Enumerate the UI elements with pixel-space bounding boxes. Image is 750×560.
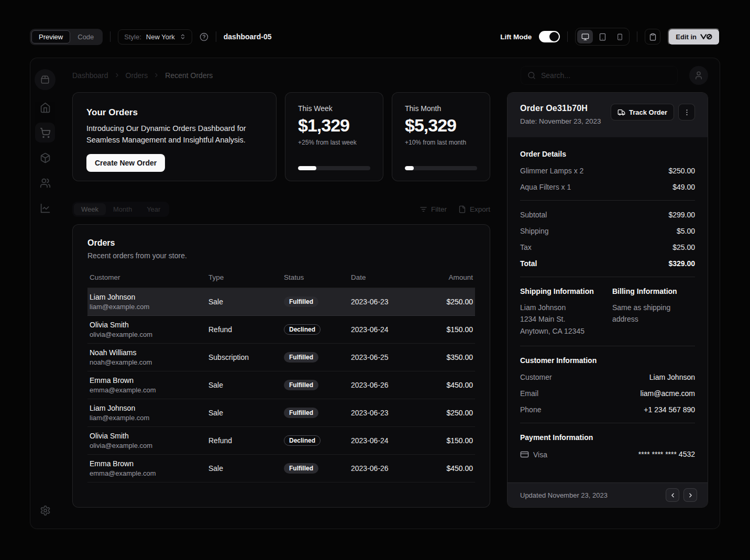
customer-email: noah@example.com [90, 358, 208, 366]
breadcrumb: Dashboard Orders Recent Orders [72, 71, 213, 80]
stat-cards-row: Your Orders Introducing Our Dynamic Orde… [72, 92, 490, 181]
toolbar-left: Preview Code Style: New York dashboard-0… [30, 29, 272, 45]
breadcrumb-orders[interactable]: Orders [126, 71, 148, 80]
customer-email: olivia@example.com [90, 331, 208, 338]
next-order-button[interactable] [683, 488, 697, 502]
user-menu-button[interactable] [689, 66, 708, 85]
copy-code-button[interactable] [645, 29, 660, 45]
list-filter-icon [420, 205, 427, 213]
stat-change: +25% from last week [298, 139, 370, 146]
separator [520, 346, 695, 346]
filter-button[interactable]: Filter [420, 205, 447, 213]
column-header-customer: Customer [90, 273, 208, 281]
info-label: Customer [520, 373, 552, 381]
order-amount: $450.00 [427, 381, 473, 389]
table-row[interactable]: Olivia Smitholivia@example.com Refund De… [87, 316, 475, 344]
tab-month[interactable]: Month [106, 203, 139, 215]
column-header-status: Status [284, 273, 351, 281]
circle-help-icon[interactable] [200, 32, 208, 41]
track-order-label: Track Order [629, 108, 667, 116]
mobile-view-button[interactable] [612, 30, 627, 43]
header-bar: Dashboard Orders Recent Orders [72, 58, 708, 92]
order-panel-footer: Updated November 23, 2023 [508, 482, 708, 507]
sidebar-item-products[interactable] [35, 148, 55, 168]
order-date: 2023-06-24 [351, 325, 427, 334]
chevron-right-icon [114, 72, 120, 79]
info-label: Email [520, 389, 538, 398]
tablet-view-button[interactable] [594, 30, 610, 43]
sidebar-nav [35, 97, 55, 218]
table-row[interactable]: Liam Johnsonliam@example.com Sale Fulfil… [87, 399, 475, 427]
order-amount: $150.00 [427, 325, 473, 334]
order-type: Subscription [208, 353, 284, 361]
shipping-amount: $5.00 [677, 227, 695, 235]
table-row[interactable]: Emma Brownemma@example.com Sale Fulfille… [87, 455, 475, 482]
status-badge: Fulfilled [284, 408, 318, 418]
customer-name: Noah Williams [90, 348, 208, 357]
style-select[interactable]: Style: New York [118, 29, 192, 45]
status-badge: Declined [284, 324, 321, 335]
order-type: Sale [208, 464, 284, 473]
stat-label: This Week [298, 104, 370, 113]
customer-name: Olivia Smith [90, 432, 208, 440]
export-label: Export [470, 205, 490, 213]
app-logo[interactable] [35, 69, 56, 90]
total-amount: $329.00 [668, 259, 695, 268]
style-select-value: New York [146, 33, 175, 41]
shipping-row: Shipping $5.00 [520, 227, 695, 235]
export-button[interactable]: Export [458, 205, 490, 213]
order-type: Sale [208, 298, 284, 306]
stat-value: $5,329 [405, 115, 477, 136]
sidebar-item-settings[interactable] [35, 500, 55, 520]
tab-week[interactable]: Week [74, 203, 106, 215]
customer-name: Olivia Smith [90, 321, 208, 329]
order-date: 2023-06-26 [351, 464, 427, 473]
breadcrumb-dashboard[interactable]: Dashboard [72, 71, 108, 80]
search-box [521, 66, 678, 85]
status-badge: Fulfilled [284, 352, 318, 363]
edit-in-v0-button[interactable]: Edit in [668, 28, 720, 46]
sidebar [30, 58, 60, 529]
table-row[interactable]: Liam Johnsonliam@example.com Sale Fulfil… [87, 288, 475, 316]
orders-title: Orders [87, 238, 475, 248]
home-icon [40, 102, 51, 113]
info-label: Phone [520, 405, 541, 414]
card-description: Introducing Our Dynamic Orders Dashboard… [86, 123, 259, 146]
table-row[interactable]: Noah Williamsnoah@example.com Subscripti… [87, 344, 475, 371]
item-amount: $250.00 [668, 167, 695, 175]
shipping-line: Liam Johnson [520, 302, 603, 313]
customer-name: Emma Brown [90, 459, 208, 468]
tab-year[interactable]: Year [139, 203, 168, 215]
sidebar-item-orders[interactable] [35, 123, 55, 142]
sidebar-item-home[interactable] [35, 97, 55, 117]
order-more-button[interactable] [678, 104, 695, 120]
progress-fill [298, 166, 316, 170]
sidebar-item-analytics[interactable] [35, 198, 55, 218]
progress-fill [405, 166, 414, 170]
separator [520, 277, 695, 277]
order-amount: $150.00 [427, 436, 473, 445]
week-progress-bar [298, 166, 370, 170]
table-row[interactable]: Olivia Smitholivia@example.com Refund De… [87, 427, 475, 455]
sidebar-item-customers[interactable] [35, 173, 55, 193]
credit-card-icon [520, 450, 529, 459]
info-value: +1 234 567 890 [644, 405, 695, 414]
order-type: Refund [208, 325, 284, 334]
your-orders-card: Your Orders Introducing Our Dynamic Orde… [72, 92, 277, 181]
orders-description: Recent orders from your store. [87, 251, 475, 260]
desktop-view-button[interactable] [577, 30, 593, 43]
lift-mode-toggle[interactable] [539, 31, 560, 42]
orders-table-card: Orders Recent orders from your store. Cu… [72, 224, 490, 508]
create-new-order-button[interactable]: Create New Order [86, 154, 165, 172]
search-input[interactable] [541, 71, 671, 80]
previous-order-button[interactable] [666, 488, 679, 502]
track-order-button[interactable]: Track Order [611, 104, 674, 120]
block-title: dashboard-05 [224, 32, 272, 41]
users-icon [40, 178, 51, 189]
tab-preview[interactable]: Preview [31, 30, 70, 43]
table-header-row: Customer Type Status Date Amount [87, 271, 475, 288]
table-row[interactable]: Emma Brownemma@example.com Sale Fulfille… [87, 371, 475, 399]
order-id-title: Order Oe31b70H [520, 104, 601, 113]
tab-code[interactable]: Code [70, 30, 101, 43]
customer-info-row: Customer Liam Johnson [520, 373, 695, 381]
